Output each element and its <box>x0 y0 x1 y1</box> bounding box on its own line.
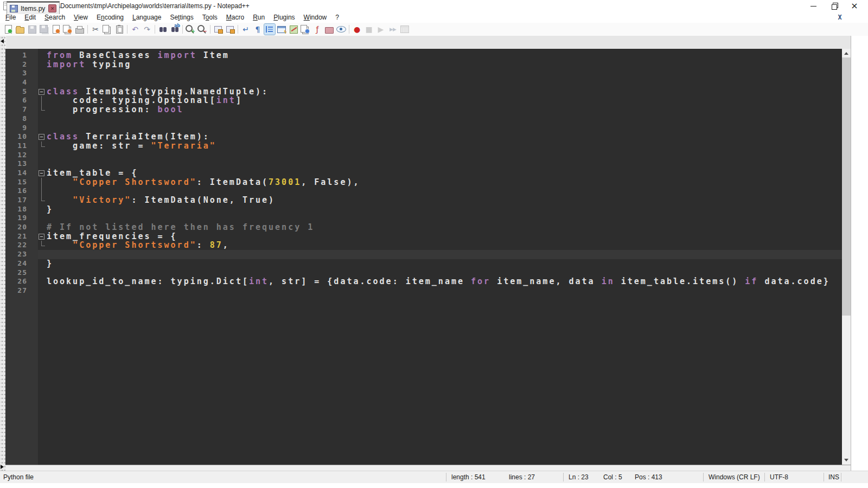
tab-items-py[interactable]: Items.py ✕ <box>7 1 60 14</box>
code-line-7: 7 progression: bool <box>5 105 842 114</box>
function-list-icon[interactable]: ƒ <box>312 24 323 35</box>
scrollbar-thumb[interactable] <box>842 57 851 316</box>
scroll-up-icon[interactable] <box>842 49 851 58</box>
code-line-5: 5class ItemData(typing.NamedTuple): <box>5 87 842 97</box>
fold-margin <box>27 205 47 214</box>
save-all-icon[interactable] <box>39 24 49 35</box>
fold-margin <box>27 124 47 133</box>
line-number: 4 <box>5 78 27 87</box>
cut-icon[interactable]: ✂ <box>90 24 101 35</box>
document-map-icon[interactable] <box>288 24 299 35</box>
menu-item-view[interactable]: View <box>69 12 92 22</box>
open-file-icon[interactable] <box>15 24 25 35</box>
code-line-8: 8 <box>5 114 842 124</box>
fold-marker[interactable] <box>27 232 47 241</box>
scroll-down-icon[interactable] <box>842 455 851 465</box>
tab-bar-rest <box>851 36 868 49</box>
window-controls: × <box>803 0 865 12</box>
line-number: 3 <box>5 69 27 78</box>
fold-margin <box>27 286 47 296</box>
monitoring-icon[interactable] <box>336 24 347 35</box>
print-icon[interactable] <box>74 24 85 35</box>
fold-marker[interactable] <box>27 87 47 97</box>
splitter-arrow-icon[interactable] <box>1 465 4 469</box>
macro-record-icon[interactable]: ● <box>352 24 362 35</box>
minimize-button[interactable] <box>803 0 824 12</box>
code-line-13: 13 <box>5 159 842 169</box>
line-number: 14 <box>5 169 27 178</box>
code-line-17: 17 "Victory": ItemData(None, True) <box>5 196 842 205</box>
macro-save-icon[interactable] <box>399 24 410 35</box>
undo-icon[interactable]: ↶ <box>130 24 141 35</box>
word-wrap-icon[interactable]: ↵ <box>240 24 251 35</box>
copy-icon[interactable] <box>102 24 113 35</box>
sync-vertical-scroll-icon[interactable] <box>213 24 224 35</box>
code-line-22: 22 "Copper Shortsword": 87, <box>5 241 842 250</box>
close-button[interactable]: × <box>844 0 865 12</box>
find-icon[interactable] <box>157 24 168 35</box>
code-text: progression: bool <box>47 105 184 114</box>
line-number: 19 <box>5 214 27 223</box>
tab-label: Items.py <box>21 5 45 12</box>
fold-margin <box>27 142 47 151</box>
line-number: 11 <box>5 142 27 151</box>
show-all-characters-icon[interactable]: ¶ <box>252 24 263 35</box>
restore-button[interactable] <box>824 0 844 12</box>
code-line-11: 11 game: str = "Terraria" <box>5 142 842 151</box>
line-number: 27 <box>5 286 27 296</box>
tab-scroll-left-icon[interactable] <box>1 39 4 43</box>
notepadpp-window: C:\Users\Dood\Documents\tmp\Archipelago\… <box>0 0 868 488</box>
sync-horizontal-scroll-icon[interactable] <box>225 24 235 35</box>
menu-item-help[interactable]: ? <box>331 12 343 22</box>
menu-item-language[interactable]: Language <box>128 12 165 22</box>
close-all-files-icon[interactable] <box>62 24 73 35</box>
user-defined-language-icon[interactable]: ϟ <box>276 24 287 35</box>
code-line-4: 4 <box>5 78 842 87</box>
zoom-in-icon[interactable]: + <box>185 24 196 35</box>
fold-marker[interactable] <box>27 169 47 178</box>
code-text: } <box>47 205 53 214</box>
fold-margin <box>27 268 47 278</box>
editor-area[interactable]: 1from BaseClasses import Item2import typ… <box>0 49 851 465</box>
menu-item-run[interactable]: Run <box>248 12 269 22</box>
macro-play-icon[interactable]: ▶ <box>375 24 386 35</box>
code-line-18: 18} <box>5 205 842 214</box>
paste-icon[interactable] <box>114 24 125 35</box>
status-length: length : 541 <box>451 473 486 481</box>
code-text: game: str = "Terraria" <box>47 142 216 151</box>
menu-item-tools[interactable]: Tools <box>198 12 222 22</box>
save-file-icon[interactable] <box>27 24 37 35</box>
menu-item-encoding[interactable]: Encoding <box>92 12 128 22</box>
status-encoding: UTF-8 <box>770 473 788 481</box>
status-separator <box>446 473 446 481</box>
menu-item-window[interactable]: Window <box>299 12 331 22</box>
menu-item-plugins[interactable]: Plugins <box>269 12 299 22</box>
line-number: 24 <box>5 259 27 268</box>
close-document-icon[interactable]: X <box>835 13 844 22</box>
line-number: 2 <box>5 60 27 69</box>
tab-close-icon[interactable]: ✕ <box>48 4 56 12</box>
macro-stop-icon[interactable]: ■ <box>363 24 374 35</box>
document-list-icon[interactable] <box>300 24 311 35</box>
toolbar-separator <box>87 25 88 34</box>
code-line-6: 6 code: typing.Optional[int] <box>5 96 842 105</box>
fold-margin <box>27 69 47 78</box>
zoom-out-icon[interactable]: − <box>197 24 208 35</box>
toolbar-separator <box>127 25 127 34</box>
menu-item-settings[interactable]: Settings <box>165 12 197 22</box>
toolbar-separator <box>210 25 210 34</box>
macro-run-multiple-icon[interactable]: ▶▶ <box>387 24 398 35</box>
fold-marker[interactable] <box>27 132 47 142</box>
close-file-icon[interactable] <box>50 24 61 35</box>
vertical-scrollbar[interactable] <box>842 49 851 465</box>
new-file-icon[interactable] <box>3 24 14 35</box>
line-number: 6 <box>5 96 27 105</box>
redo-icon[interactable]: ↷ <box>142 24 152 35</box>
replace-icon[interactable]: ab <box>169 24 180 35</box>
code-line-15: 15 "Copper Shortsword": ItemData(73001, … <box>5 178 842 187</box>
folder-as-workspace-icon[interactable] <box>324 24 335 35</box>
menu-item-macro[interactable]: Macro <box>222 12 248 22</box>
line-number: 10 <box>5 132 27 142</box>
code-text: lookup_id_to_name: typing.Dict[int, str]… <box>47 277 830 286</box>
show-indent-guide-icon[interactable] <box>264 24 275 35</box>
